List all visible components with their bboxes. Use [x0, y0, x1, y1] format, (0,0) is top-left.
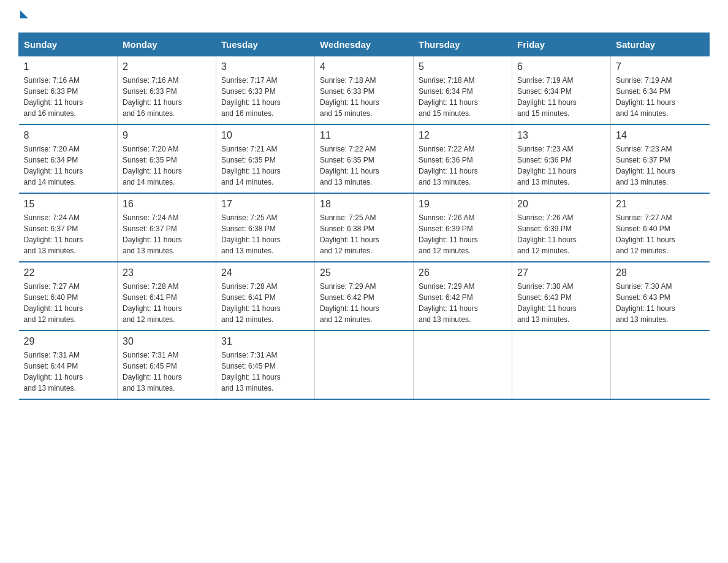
day-info: Sunrise: 7:21 AMSunset: 6:35 PMDaylight:… [221, 144, 309, 188]
col-sunday: Sunday [19, 33, 118, 56]
day-number: 31 [221, 336, 309, 347]
col-friday: Friday [512, 33, 611, 56]
calendar-cell: 27 Sunrise: 7:30 AMSunset: 6:43 PMDaylig… [512, 262, 611, 331]
calendar-cell: 18 Sunrise: 7:25 AMSunset: 6:38 PMDaylig… [315, 193, 414, 262]
logo-arrow-icon [20, 10, 28, 18]
day-info: Sunrise: 7:24 AMSunset: 6:37 PMDaylight:… [123, 212, 211, 256]
day-info: Sunrise: 7:19 AMSunset: 6:34 PMDaylight:… [616, 75, 705, 119]
day-info: Sunrise: 7:18 AMSunset: 6:34 PMDaylight:… [419, 75, 507, 119]
col-tuesday: Tuesday [216, 33, 315, 56]
day-number: 23 [123, 267, 211, 278]
calendar-cell: 24 Sunrise: 7:28 AMSunset: 6:41 PMDaylig… [216, 262, 315, 331]
day-info: Sunrise: 7:25 AMSunset: 6:38 PMDaylight:… [221, 212, 309, 256]
day-info: Sunrise: 7:26 AMSunset: 6:39 PMDaylight:… [419, 212, 507, 256]
calendar-cell: 7 Sunrise: 7:19 AMSunset: 6:34 PMDayligh… [611, 56, 710, 125]
calendar-cell: 21 Sunrise: 7:27 AMSunset: 6:40 PMDaylig… [611, 193, 710, 262]
day-info: Sunrise: 7:29 AMSunset: 6:42 PMDaylight:… [320, 281, 408, 325]
day-info: Sunrise: 7:16 AMSunset: 6:33 PMDaylight:… [24, 75, 113, 119]
day-info: Sunrise: 7:16 AMSunset: 6:33 PMDaylight:… [123, 75, 211, 119]
day-number: 25 [320, 267, 408, 278]
day-number: 29 [24, 336, 113, 347]
day-number: 7 [616, 61, 705, 72]
calendar-cell [414, 331, 512, 399]
col-thursday: Thursday [414, 33, 512, 56]
calendar-body: 1 Sunrise: 7:16 AMSunset: 6:33 PMDayligh… [19, 56, 710, 400]
col-saturday: Saturday [611, 33, 710, 56]
day-number: 18 [320, 199, 408, 210]
logo [18, 12, 28, 20]
day-info: Sunrise: 7:20 AMSunset: 6:35 PMDaylight:… [123, 144, 211, 188]
day-info: Sunrise: 7:18 AMSunset: 6:33 PMDaylight:… [320, 75, 408, 119]
day-number: 30 [123, 336, 211, 347]
calendar-cell [315, 331, 414, 399]
day-info: Sunrise: 7:24 AMSunset: 6:37 PMDaylight:… [24, 212, 113, 256]
day-info: Sunrise: 7:31 AMSunset: 6:44 PMDaylight:… [24, 350, 113, 394]
calendar-week-row: 15 Sunrise: 7:24 AMSunset: 6:37 PMDaylig… [19, 193, 710, 262]
day-info: Sunrise: 7:27 AMSunset: 6:40 PMDaylight:… [24, 281, 113, 325]
calendar-cell: 6 Sunrise: 7:19 AMSunset: 6:34 PMDayligh… [512, 56, 611, 125]
calendar-week-row: 8 Sunrise: 7:20 AMSunset: 6:34 PMDayligh… [19, 124, 710, 193]
logo-general-text [18, 12, 28, 20]
calendar-cell: 3 Sunrise: 7:17 AMSunset: 6:33 PMDayligh… [216, 56, 315, 125]
day-info: Sunrise: 7:30 AMSunset: 6:43 PMDaylight:… [616, 281, 705, 325]
calendar-cell: 31 Sunrise: 7:31 AMSunset: 6:45 PMDaylig… [216, 331, 315, 399]
calendar-cell: 11 Sunrise: 7:22 AMSunset: 6:35 PMDaylig… [315, 124, 414, 193]
page-header [18, 12, 710, 20]
day-number: 22 [24, 267, 113, 278]
calendar-cell: 19 Sunrise: 7:26 AMSunset: 6:39 PMDaylig… [414, 193, 512, 262]
calendar-header: Sunday Monday Tuesday Wednesday Thursday… [19, 33, 710, 56]
calendar-cell: 25 Sunrise: 7:29 AMSunset: 6:42 PMDaylig… [315, 262, 414, 331]
calendar-cell: 2 Sunrise: 7:16 AMSunset: 6:33 PMDayligh… [118, 56, 216, 125]
calendar-cell: 17 Sunrise: 7:25 AMSunset: 6:38 PMDaylig… [216, 193, 315, 262]
day-info: Sunrise: 7:31 AMSunset: 6:45 PMDaylight:… [123, 350, 211, 394]
day-number: 5 [419, 61, 507, 72]
calendar-cell: 8 Sunrise: 7:20 AMSunset: 6:34 PMDayligh… [19, 124, 118, 193]
calendar-cell: 20 Sunrise: 7:26 AMSunset: 6:39 PMDaylig… [512, 193, 611, 262]
calendar-cell: 16 Sunrise: 7:24 AMSunset: 6:37 PMDaylig… [118, 193, 216, 262]
calendar-cell: 26 Sunrise: 7:29 AMSunset: 6:42 PMDaylig… [414, 262, 512, 331]
calendar-cell: 13 Sunrise: 7:23 AMSunset: 6:36 PMDaylig… [512, 124, 611, 193]
day-number: 1 [24, 61, 113, 72]
header-row: Sunday Monday Tuesday Wednesday Thursday… [19, 33, 710, 56]
calendar-cell [611, 331, 710, 399]
calendar-cell: 28 Sunrise: 7:30 AMSunset: 6:43 PMDaylig… [611, 262, 710, 331]
day-number: 13 [517, 130, 605, 141]
day-number: 16 [123, 199, 211, 210]
calendar-week-row: 1 Sunrise: 7:16 AMSunset: 6:33 PMDayligh… [19, 56, 710, 125]
day-number: 26 [419, 267, 507, 278]
calendar-cell [512, 331, 611, 399]
calendar-cell: 29 Sunrise: 7:31 AMSunset: 6:44 PMDaylig… [19, 331, 118, 399]
day-number: 2 [123, 61, 211, 72]
calendar-cell: 30 Sunrise: 7:31 AMSunset: 6:45 PMDaylig… [118, 331, 216, 399]
day-number: 9 [123, 130, 211, 141]
col-wednesday: Wednesday [315, 33, 414, 56]
day-info: Sunrise: 7:22 AMSunset: 6:36 PMDaylight:… [419, 144, 507, 188]
calendar-cell: 1 Sunrise: 7:16 AMSunset: 6:33 PMDayligh… [19, 56, 118, 125]
day-info: Sunrise: 7:25 AMSunset: 6:38 PMDaylight:… [320, 212, 408, 256]
calendar-cell: 15 Sunrise: 7:24 AMSunset: 6:37 PMDaylig… [19, 193, 118, 262]
calendar-cell: 22 Sunrise: 7:27 AMSunset: 6:40 PMDaylig… [19, 262, 118, 331]
day-number: 17 [221, 199, 309, 210]
day-info: Sunrise: 7:23 AMSunset: 6:36 PMDaylight:… [517, 144, 605, 188]
day-info: Sunrise: 7:31 AMSunset: 6:45 PMDaylight:… [221, 350, 309, 394]
day-number: 4 [320, 61, 408, 72]
col-monday: Monday [118, 33, 216, 56]
day-info: Sunrise: 7:28 AMSunset: 6:41 PMDaylight:… [123, 281, 211, 325]
calendar-cell: 12 Sunrise: 7:22 AMSunset: 6:36 PMDaylig… [414, 124, 512, 193]
day-number: 8 [24, 130, 113, 141]
day-info: Sunrise: 7:22 AMSunset: 6:35 PMDaylight:… [320, 144, 408, 188]
day-number: 12 [419, 130, 507, 141]
day-number: 10 [221, 130, 309, 141]
day-number: 19 [419, 199, 507, 210]
day-number: 14 [616, 130, 705, 141]
day-info: Sunrise: 7:26 AMSunset: 6:39 PMDaylight:… [517, 212, 605, 256]
day-info: Sunrise: 7:28 AMSunset: 6:41 PMDaylight:… [221, 281, 309, 325]
day-info: Sunrise: 7:20 AMSunset: 6:34 PMDaylight:… [24, 144, 113, 188]
day-number: 20 [517, 199, 605, 210]
day-number: 27 [517, 267, 605, 278]
calendar-cell: 23 Sunrise: 7:28 AMSunset: 6:41 PMDaylig… [118, 262, 216, 331]
calendar-cell: 9 Sunrise: 7:20 AMSunset: 6:35 PMDayligh… [118, 124, 216, 193]
calendar-cell: 4 Sunrise: 7:18 AMSunset: 6:33 PMDayligh… [315, 56, 414, 125]
calendar-week-row: 29 Sunrise: 7:31 AMSunset: 6:44 PMDaylig… [19, 331, 710, 399]
day-info: Sunrise: 7:30 AMSunset: 6:43 PMDaylight:… [517, 281, 605, 325]
